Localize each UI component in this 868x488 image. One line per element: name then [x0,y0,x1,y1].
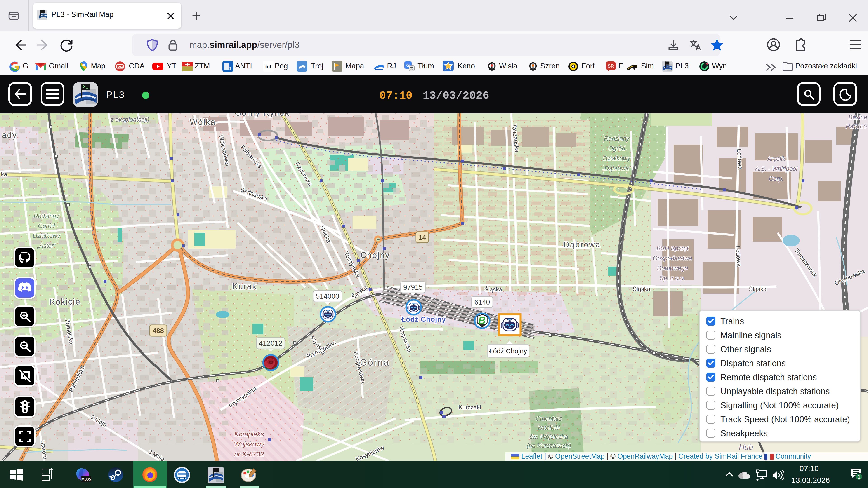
svg-text:(na Kurczakach): (na Kurczakach) [527,442,571,449]
svg-text:ka: ka [1,171,7,177]
svg-text:Górny Rynek: Górny Rynek [235,113,289,118]
svg-text:Śląska: Śląska [749,286,767,292]
svg-text:„Dąbrowa”: „Dąbrowa” [602,165,631,172]
svg-text:Ogród: Ogród [38,223,55,229]
svg-text:1: 1 [857,474,860,480]
svg-text:Ogród: Ogród [608,145,625,152]
svg-text:Chojny: Chojny [361,251,390,260]
svg-text:ady: ady [2,130,17,140]
svg-text:Kurczaki: Kurczaki [458,404,481,411]
svg-text:Śląska: Śląska [633,286,651,292]
svg-text:97915: 97915 [403,283,423,291]
svg-text:M365: M365 [81,477,91,482]
svg-text:Łódź Chojny: Łódź Chojny [489,347,527,355]
svg-text:Park Łó: Park Łó [846,123,867,130]
svg-text:A.Ş. - Whirlpool: A.Ş. - Whirlpool [754,165,798,172]
svg-text:cda: cda [118,65,123,68]
svg-text:Gospodarstwa: Gospodarstwa [653,255,692,262]
svg-text:Domowego: Domowego [657,265,688,271]
svg-text:Dąbrowa: Dąbrowa [563,240,600,249]
svg-text:int: int [266,64,272,70]
svg-text:Lodowa: Lodowa [736,149,744,170]
svg-text:Śląska: Śląska [485,286,502,293]
svg-text:Corp.: Corp. [769,175,784,182]
svg-text:Wojskowy: Wojskowy [234,440,265,448]
svg-text:Działkowy: Działkowy [33,232,60,239]
svg-text:Arçelik: Arçelik [767,156,786,162]
svg-text:Rokicie: Rokicie [49,297,81,306]
svg-text:Górna: Górna [360,357,390,367]
svg-text:SR: SR [608,64,614,68]
svg-text:Rodzinny: Rodzinny [604,135,630,142]
svg-text:Kurak: Kurak [232,282,257,291]
svg-text:nr K-8732: nr K-8732 [234,450,264,458]
svg-text:412012: 412012 [259,339,282,347]
svg-text:Hub: Hub [739,443,753,451]
svg-text:Łódź Chojny: Łódź Chojny [401,315,446,323]
svg-text:14: 14 [418,234,426,241]
svg-text:św. Wojciecha: św. Wojciecha [529,433,568,440]
svg-text:Lodowa: Lodowa [735,246,743,267]
svg-text:Działkowy: Działkowy [603,155,631,162]
svg-text:488: 488 [153,327,164,334]
svg-text:BSH Sprzęt: BSH Sprzęt [656,245,689,252]
svg-text:文: 文 [410,66,413,70]
svg-text:Wólka: Wólka [190,118,216,127]
svg-text:Busine: Busine [848,114,867,121]
svg-text:z eksploatacji): z eksploatacji) [110,116,149,123]
svg-text:514000: 514000 [316,292,339,300]
svg-text:Cmentarz: Cmentarz [535,415,562,422]
svg-text:6140: 6140 [474,298,490,306]
svg-text:„Aster”: „Aster” [37,242,56,249]
svg-text:Rodzinny: Rodzinny [34,213,59,219]
svg-text:Sp. z o.o.: Sp. z o.o. [659,275,685,282]
svg-text:katolicki: katolicki [538,424,560,431]
svg-text:Kompleks: Kompleks [234,430,264,438]
svg-text:a: a [228,65,231,71]
